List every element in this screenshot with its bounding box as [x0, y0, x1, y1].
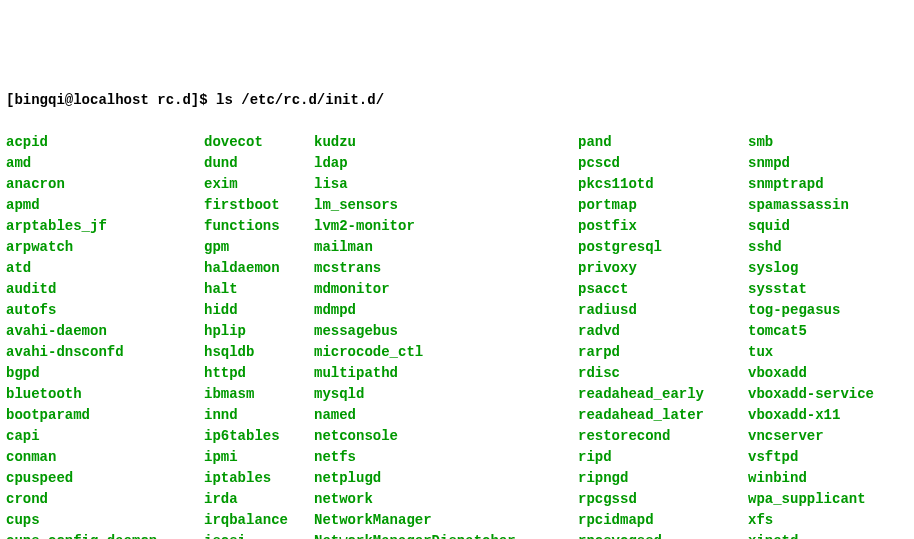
file-entry: snmpd — [748, 153, 790, 174]
file-entry: bootparamd — [6, 405, 204, 426]
listing-row: cupsirqbalanceNetworkManagerrpcidmapdxfs — [6, 510, 908, 531]
file-entry: dund — [204, 153, 314, 174]
file-entry: lm_sensors — [314, 195, 578, 216]
listing-row: cups-config-daemoniscsiNetworkManagerDis… — [6, 531, 908, 539]
file-entry: radvd — [578, 321, 748, 342]
file-entry: squid — [748, 216, 790, 237]
file-entry: tux — [748, 342, 773, 363]
file-entry: irda — [204, 489, 314, 510]
file-entry: pand — [578, 132, 748, 153]
listing-row: avahi-dnsconfdhsqldbmicrocode_ctlrarpdtu… — [6, 342, 908, 363]
file-entry: tog-pegasus — [748, 300, 840, 321]
listing-row: apmdfirstbootlm_sensorsportmapspamassass… — [6, 195, 908, 216]
file-entry: hsqldb — [204, 342, 314, 363]
file-entry: exim — [204, 174, 314, 195]
file-entry: mdmpd — [314, 300, 578, 321]
file-entry: postfix — [578, 216, 748, 237]
listing-row: bootparamdinndnamedreadahead_latervboxad… — [6, 405, 908, 426]
file-entry: avahi-dnsconfd — [6, 342, 204, 363]
file-entry: vncserver — [748, 426, 824, 447]
file-entry: spamassassin — [748, 195, 849, 216]
listing-row: crondirdanetworkrpcgssdwpa_supplicant — [6, 489, 908, 510]
file-entry: ripd — [578, 447, 748, 468]
file-entry: syslog — [748, 258, 798, 279]
file-entry: hplip — [204, 321, 314, 342]
file-entry: acpid — [6, 132, 204, 153]
file-entry: rpcgssd — [578, 489, 748, 510]
file-entry: tomcat5 — [748, 321, 807, 342]
file-entry: smb — [748, 132, 773, 153]
file-entry: wpa_supplicant — [748, 489, 866, 510]
file-entry: cpuspeed — [6, 468, 204, 489]
prompt-command: ls /etc/rc.d/init.d/ — [216, 92, 384, 108]
prompt-user-host: [bingqi@localhost rc.d]$ — [6, 92, 216, 108]
file-entry: dovecot — [204, 132, 314, 153]
file-entry: network — [314, 489, 578, 510]
file-entry: messagebus — [314, 321, 578, 342]
file-entry: iscsi — [204, 531, 314, 539]
listing-row: autofshiddmdmpdradiusdtog-pegasus — [6, 300, 908, 321]
listing-row: arpwatchgpmmailmanpostgresqlsshd — [6, 237, 908, 258]
listing-row: auditdhaltmdmonitorpsacctsysstat — [6, 279, 908, 300]
file-entry: arpwatch — [6, 237, 204, 258]
file-entry: pcscd — [578, 153, 748, 174]
file-entry: hidd — [204, 300, 314, 321]
file-entry: rdisc — [578, 363, 748, 384]
file-entry: bgpd — [6, 363, 204, 384]
file-entry: mailman — [314, 237, 578, 258]
listing-row: cpuspeediptablesnetplugdripngdwinbind — [6, 468, 908, 489]
file-entry: cups — [6, 510, 204, 531]
file-entry: bluetooth — [6, 384, 204, 405]
file-entry: cups-config-daemon — [6, 531, 204, 539]
listing-row: avahi-daemonhplipmessagebusradvdtomcat5 — [6, 321, 908, 342]
file-entry: vboxadd-service — [748, 384, 874, 405]
file-entry: conman — [6, 447, 204, 468]
file-entry: rpcsvcgssd — [578, 531, 748, 539]
file-entry: lisa — [314, 174, 578, 195]
file-entry: arptables_jf — [6, 216, 204, 237]
file-entry: netplugd — [314, 468, 578, 489]
file-entry: readahead_later — [578, 405, 748, 426]
file-entry: auditd — [6, 279, 204, 300]
file-entry: portmap — [578, 195, 748, 216]
file-entry: named — [314, 405, 578, 426]
file-entry: capi — [6, 426, 204, 447]
file-entry: avahi-daemon — [6, 321, 204, 342]
terminal-prompt-line: [bingqi@localhost rc.d]$ ls /etc/rc.d/in… — [6, 90, 908, 111]
file-entry: mysqld — [314, 384, 578, 405]
file-entry: psacct — [578, 279, 748, 300]
file-entry: anacron — [6, 174, 204, 195]
file-entry: autofs — [6, 300, 204, 321]
file-entry: ripngd — [578, 468, 748, 489]
file-entry: rarpd — [578, 342, 748, 363]
file-entry: lvm2-monitor — [314, 216, 578, 237]
file-entry: kudzu — [314, 132, 578, 153]
file-entry: mdmonitor — [314, 279, 578, 300]
file-entry: firstboot — [204, 195, 314, 216]
file-entry: NetworkManagerDispatcher — [314, 531, 578, 539]
file-entry: snmptrapd — [748, 174, 824, 195]
file-entry: ipmi — [204, 447, 314, 468]
listing-row: conmanipminetfsripdvsftpd — [6, 447, 908, 468]
file-entry: iptables — [204, 468, 314, 489]
file-entry: vboxadd-x11 — [748, 405, 840, 426]
listing-row: bluetoothibmasmmysqldreadahead_earlyvbox… — [6, 384, 908, 405]
file-entry: functions — [204, 216, 314, 237]
file-entry: atd — [6, 258, 204, 279]
file-entry: ibmasm — [204, 384, 314, 405]
file-entry: vboxadd — [748, 363, 807, 384]
listing-row: bgpdhttpdmultipathdrdiscvboxadd — [6, 363, 908, 384]
file-entry: ldap — [314, 153, 578, 174]
file-entry: netfs — [314, 447, 578, 468]
file-entry: microcode_ctl — [314, 342, 578, 363]
file-entry: winbind — [748, 468, 807, 489]
listing-row: arptables_jffunctionslvm2-monitorpostfix… — [6, 216, 908, 237]
file-entry: halt — [204, 279, 314, 300]
file-entry: NetworkManager — [314, 510, 578, 531]
listing-row: anacroneximlisapkcs11otdsnmptrapd — [6, 174, 908, 195]
listing-row: capiip6tablesnetconsolerestorecondvncser… — [6, 426, 908, 447]
file-entry: xinetd — [748, 531, 798, 539]
ls-output: acpiddovecotkudzupandsmbamddundldappcscd… — [6, 132, 908, 539]
file-entry: ip6tables — [204, 426, 314, 447]
listing-row: atdhaldaemonmcstransprivoxysyslog — [6, 258, 908, 279]
